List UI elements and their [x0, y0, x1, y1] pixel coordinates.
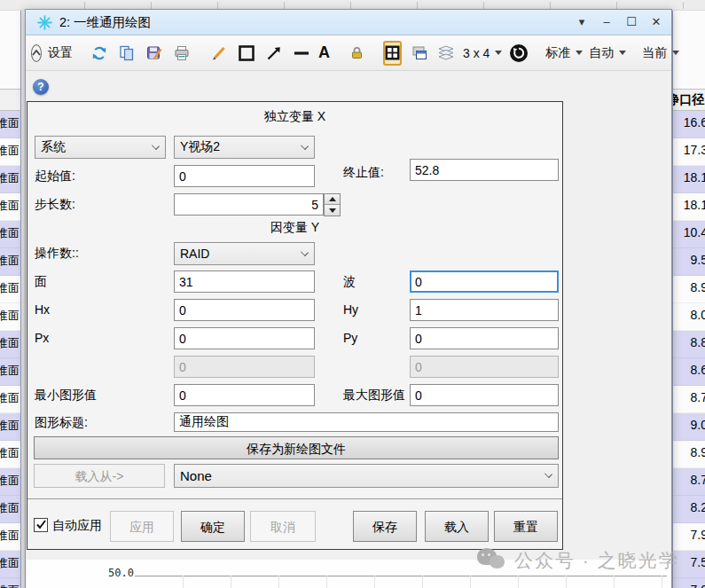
table-cell-aperture[interactable]: 9.5 — [673, 248, 705, 276]
surface-input[interactable] — [174, 270, 315, 293]
table-cell-aperture[interactable]: 17.3 — [673, 138, 705, 166]
table-cell-surface-type[interactable]: 标准面 — [0, 248, 21, 276]
table-cell-surface-type[interactable]: 标准面 — [0, 468, 21, 496]
py-input[interactable] — [410, 327, 559, 349]
layers-icon[interactable] — [435, 43, 457, 64]
rotate-icon[interactable] — [508, 43, 529, 64]
table-cell-surface-type[interactable]: 标准面 — [0, 111, 21, 138]
system-select[interactable]: 系统 — [35, 136, 166, 159]
window-menu-button[interactable]: ▾ — [574, 13, 590, 31]
current-dropdown-label: 当前 — [642, 45, 667, 61]
pencil-annotate-icon[interactable] — [208, 43, 230, 64]
table-cell-aperture[interactable]: 8.9 — [673, 276, 705, 303]
reset-button[interactable]: 重置 — [494, 511, 558, 542]
table-cell-aperture[interactable]: 7.0 — [673, 578, 705, 588]
wechat-icon — [477, 548, 507, 573]
cancel-button[interactable]: 取消 — [250, 511, 316, 542]
rectangle-tool-icon[interactable] — [236, 43, 257, 64]
min-plot-input[interactable] — [174, 384, 315, 406]
maximize-button[interactable]: ☐ — [623, 13, 639, 31]
dialog-divider — [27, 498, 562, 499]
load-from-select[interactable]: None — [174, 464, 559, 488]
print-icon[interactable] — [171, 43, 192, 64]
clear-aperture-header-label: 净口径 — [673, 92, 704, 108]
hx-label: Hx — [35, 299, 50, 321]
cascade-windows-icon[interactable] — [408, 43, 429, 64]
x-variable-select[interactable]: Y视场2 — [174, 136, 315, 159]
table-cell-aperture[interactable]: 8.8 — [673, 331, 705, 358]
table-cell-aperture[interactable]: 8.7 — [673, 468, 705, 496]
wave-input[interactable] — [410, 270, 559, 293]
table-cell-surface-type[interactable]: 标准面 — [0, 523, 21, 551]
table-cell-aperture[interactable]: 9.0 — [673, 413, 705, 441]
y-axis-tick-label: 50.0 — [108, 567, 134, 579]
table-cell-surface-type[interactable]: 标准面 — [0, 193, 21, 221]
clear-aperture-column-header: 净口径 — [673, 89, 705, 111]
spinner-down-button[interactable] — [325, 205, 340, 216]
lock-icon[interactable] — [346, 43, 367, 64]
close-button[interactable]: ✕ — [648, 13, 664, 31]
table-cell-aperture[interactable]: 8.2 — [673, 496, 705, 523]
window-titlebar[interactable]: 2: 一维通用绘图 ▾ – ☐ ✕ — [26, 10, 671, 35]
steps-input[interactable] — [174, 193, 324, 216]
auto-dropdown[interactable]: 自动 — [589, 45, 626, 61]
text-tool-icon[interactable]: A — [318, 43, 330, 62]
arrow-tool-icon[interactable] — [263, 43, 285, 64]
load-from-button[interactable]: 载入从-> — [34, 464, 165, 488]
current-dropdown[interactable]: 当前 — [642, 45, 679, 61]
table-cell-surface-type[interactable]: 标准面 — [0, 303, 21, 331]
table-cell-surface-type[interactable]: 标准面 — [0, 578, 21, 588]
save-button[interactable]: 保存 — [353, 511, 417, 542]
end-value-input[interactable] — [410, 159, 559, 181]
surface-label: 面 — [35, 270, 47, 293]
min-plot-label: 最小图形值 — [35, 384, 97, 406]
collapse-settings-icon[interactable] — [31, 44, 42, 62]
start-value-input[interactable] — [174, 165, 315, 187]
hy-input[interactable] — [410, 299, 559, 321]
settings-button[interactable]: 设置 — [48, 45, 73, 61]
px-input[interactable] — [174, 327, 315, 349]
apply-button[interactable]: 应用 — [110, 511, 174, 542]
copy-icon[interactable] — [116, 43, 137, 64]
table-cell-aperture[interactable]: 7.9 — [673, 523, 705, 551]
table-cell-surface-type[interactable]: 标准面 — [0, 441, 21, 468]
table-cell-surface-type[interactable]: 标准面 — [0, 138, 21, 166]
grid-layout-dropdown[interactable]: 3 x 4 — [463, 46, 502, 60]
system-select-value: 系统 — [41, 139, 66, 155]
table-cell-aperture[interactable]: 18.1 — [673, 193, 705, 221]
spinner-up-button[interactable] — [325, 194, 340, 205]
table-cell-surface-type[interactable]: 标准面 — [0, 551, 21, 578]
load-button[interactable]: 载入 — [425, 511, 489, 542]
window-grid-view-icon[interactable] — [383, 41, 402, 66]
table-cell-aperture[interactable]: 8.6 — [673, 358, 705, 386]
ok-button[interactable]: 确定 — [181, 511, 245, 542]
table-cell-aperture[interactable]: 8.7 — [673, 386, 705, 413]
table-cell-surface-type[interactable]: 标准面 — [0, 358, 21, 386]
table-cell-surface-type[interactable]: 标准面 — [0, 413, 21, 441]
table-cell-surface-type[interactable]: 标准面 — [0, 166, 21, 193]
window-title: 2: 一维通用绘图 — [59, 14, 151, 31]
table-cell-surface-type[interactable]: 标准面 — [0, 331, 21, 358]
table-cell-surface-type[interactable]: 标准面 — [0, 276, 21, 303]
hx-input[interactable] — [174, 299, 315, 321]
help-icon[interactable]: ? — [33, 79, 49, 95]
plot-title-input[interactable] — [174, 412, 559, 432]
line-tool-icon[interactable] — [291, 43, 312, 64]
table-cell-surface-type[interactable]: 标准面 — [0, 496, 21, 523]
auto-apply-checkbox[interactable] — [34, 518, 48, 532]
standard-dropdown[interactable]: 标准 — [545, 45, 583, 61]
save-new-plot-file-button[interactable]: 保存为新绘图文件 — [34, 436, 559, 459]
minimize-button[interactable]: – — [599, 13, 615, 31]
table-cell-aperture[interactable]: 8.9 — [673, 441, 705, 468]
watermark: 公众号 · 之晓光学 — [477, 548, 679, 573]
table-cell-surface-type[interactable]: 标准面 — [0, 386, 21, 413]
table-cell-aperture[interactable]: 18.1 — [673, 166, 705, 193]
table-cell-aperture[interactable]: 8.0 — [673, 303, 705, 331]
table-cell-aperture[interactable]: 16.6 — [673, 111, 705, 138]
operand-select[interactable]: RAID — [174, 242, 315, 265]
table-cell-aperture[interactable]: 10.4 — [673, 221, 705, 248]
table-cell-surface-type[interactable]: 标准面 — [0, 221, 21, 248]
refresh-icon[interactable] — [89, 43, 110, 64]
max-plot-input[interactable] — [410, 384, 559, 406]
save-icon[interactable] — [144, 43, 165, 64]
